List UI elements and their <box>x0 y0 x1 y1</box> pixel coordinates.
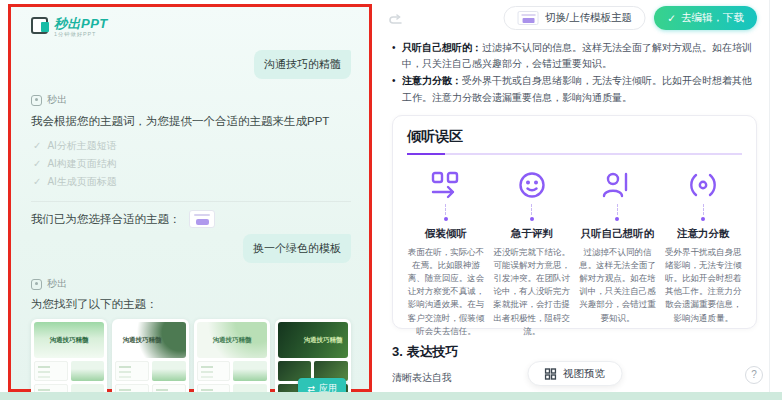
bot-avatar-icon <box>31 95 42 106</box>
person-icon <box>602 169 632 201</box>
check-icon: ✓ <box>33 173 41 191</box>
template-title: 沟通技巧精髓 <box>212 336 251 345</box>
connector-dot <box>530 217 534 221</box>
step-label: AI生成页面标题 <box>47 173 116 191</box>
template-card-2[interactable]: 沟通技巧精髓 <box>112 319 188 400</box>
connector-line <box>531 204 532 215</box>
connector-line <box>445 204 446 215</box>
template-card-3[interactable]: 沟通技巧精髓 <box>194 319 270 400</box>
bottom-strip <box>0 392 782 400</box>
step-item: ✓ AI构建页面结构 <box>33 155 351 173</box>
edit-download-button[interactable]: ✓ 去编辑，下载 <box>654 6 757 30</box>
bot-name: 秒出 <box>47 277 67 291</box>
template-thumbnail <box>517 11 538 25</box>
title-underline <box>407 153 742 155</box>
brand-logo-icon <box>31 17 48 34</box>
view-preview-button[interactable]: 视图预览 <box>527 361 622 386</box>
bot-name: 秒出 <box>47 93 67 107</box>
chat-history: 沟通技巧的精髓 秒出 我会根据您的主题词，为您提供一个合适的主题来生成PPT ✓… <box>31 46 351 400</box>
pitfall-title: 假装倾听 <box>425 227 467 241</box>
template-card-1[interactable]: 沟通技巧精髓 <box>31 319 107 400</box>
pitfall-text: 过滤掉不认同的信息。这样无法全面了解对方观点。如在培训中，只关注自己感兴趣部分，… <box>579 246 657 325</box>
focus-icon <box>688 169 718 201</box>
template-list: 沟通技巧精髓 沟通技巧精髓 <box>31 319 351 400</box>
pitfall-column: 急于评判 还没听完就下结论。可能误解对方意思，引发冲突。在团队讨论中，有人没听完… <box>493 169 571 338</box>
step-label: AI分析主题短语 <box>47 137 116 155</box>
brand-tagline: 1分钟做好PPT <box>54 31 102 39</box>
divider <box>31 201 351 202</box>
bullet-marker: • <box>392 73 402 105</box>
document-body: • 只听自己想听的：过滤掉不认同的信息。这样无法全面了解对方观点。如在培训中，只… <box>380 36 769 385</box>
template-title: 沟通技巧精髓 <box>50 336 89 345</box>
pitfall-column: 注意力分散 受外界干扰或自身思绪影响，无法专注倾听。比如开会时想着其他工作。注意… <box>664 169 742 338</box>
template-mini-slide <box>71 361 105 381</box>
step-item: ✓ AI分析主题短语 <box>33 137 351 155</box>
connector-dot <box>444 217 448 221</box>
chosen-theme-row: 我们已为您选择合适的主题： <box>31 210 351 228</box>
bot-message: 我会根据您的主题词，为您提供一个合适的主题来生成PPT <box>31 113 351 130</box>
generation-steps: ✓ AI分析主题短语 ✓ AI构建页面结构 ✓ AI生成页面标题 <box>33 137 351 191</box>
pitfall-columns: 假装倾听 表面在听，实际心不在焉。比如眼神游离、随意回应。这会让对方察觉不真诚，… <box>407 169 742 338</box>
pitfall-text: 还没听完就下结论。可能误解对方意思，引发冲突。在团队讨论中，有人没听完方案就批评… <box>493 246 571 338</box>
undo-icon[interactable] <box>388 12 404 30</box>
step-label: AI构建页面结构 <box>47 155 116 173</box>
panel-divider <box>769 0 770 392</box>
brand-logo: 秒出PPT 1分钟做好PPT <box>31 17 351 40</box>
check-icon: ✓ <box>33 137 41 155</box>
smile-icon <box>518 169 546 201</box>
bot-row: 秒出 <box>31 277 351 291</box>
pitfall-title: 注意力分散 <box>677 227 730 241</box>
template-cover: 沟通技巧精髓 <box>278 322 348 358</box>
connector-line <box>703 204 704 215</box>
listening-pitfalls-card: 倾听误区 假装倾听 表面在听，实际心不在焉。比如眼神游离、随意回应。这会让对方察… <box>392 115 757 329</box>
bullet-lead: 只听自己想听的： <box>402 42 482 53</box>
template-mini-slide <box>233 361 267 381</box>
template-cover: 沟通技巧精髓 <box>197 322 267 358</box>
check-icon: ✓ <box>33 155 41 173</box>
bullet-lead: 注意力分散： <box>402 75 462 86</box>
template-title: 沟通技巧精髓 <box>304 336 343 345</box>
bullet-marker: • <box>392 40 402 72</box>
template-card-4[interactable]: 沟通技巧精髓 ⇄ 应用 <box>275 319 351 400</box>
user-message: 沟通技巧的精髓 <box>254 50 351 79</box>
view-preview-label: 视图预览 <box>563 367 605 381</box>
template-mini-slide <box>34 361 68 381</box>
template-mini-slide <box>197 361 231 381</box>
section-heading: 3. 表达技巧 <box>392 343 757 361</box>
switch-template-button[interactable]: 切换/上传模板主题 <box>503 6 646 30</box>
template-mini-slide <box>152 361 186 381</box>
preview-panel: 切换/上传模板主题 ✓ 去编辑，下载 • 只听自己想听的：过滤掉不认同的信息。这… <box>380 0 769 392</box>
card-title: 倾听误区 <box>407 128 742 146</box>
found-themes-label: 为您找到了以下的主题： <box>31 297 351 312</box>
chat-panel: 秒出PPT 1分钟做好PPT 沟通技巧的精髓 秒出 我会根据您的主题词，为您提供… <box>8 4 372 392</box>
pitfall-text: 表面在听，实际心不在焉。比如眼神游离、随意回应。这会让对方察觉不真诚，影响沟通效… <box>407 246 485 338</box>
bot-row: 秒出 <box>31 93 351 107</box>
pitfall-title: 急于评判 <box>511 227 553 241</box>
edit-download-label: 去编辑，下载 <box>681 11 744 25</box>
chosen-theme-label: 我们已为您选择合适的主题： <box>31 212 181 227</box>
grid-icon <box>544 368 556 380</box>
chosen-theme-thumbnail[interactable] <box>189 210 215 228</box>
pitfall-title: 只听自己想听的 <box>581 227 655 241</box>
workflow-icon <box>430 169 462 201</box>
switch-template-label: 切换/上传模板主题 <box>545 11 632 25</box>
brand-name: 秒出PPT <box>54 17 108 31</box>
connector-dot <box>615 217 619 221</box>
help-button[interactable]: ? <box>745 366 763 384</box>
check-icon: ✓ <box>667 12 676 24</box>
template-title: 沟通技巧精髓 <box>123 336 162 345</box>
user-message: 换一个绿色的模板 <box>243 234 351 263</box>
pitfall-column: 只听自己想听的 过滤掉不认同的信息。这样无法全面了解对方观点。如在培训中，只关注… <box>579 169 657 338</box>
template-cover: 沟通技巧精髓 <box>34 322 104 358</box>
connector-line <box>617 204 618 215</box>
bot-avatar-icon <box>31 279 42 290</box>
template-mini-slide <box>115 361 149 381</box>
preview-toolbar: 切换/上传模板主题 ✓ 去编辑，下载 <box>380 0 769 36</box>
bullet-item: • 只听自己想听的：过滤掉不认同的信息。这样无法全面了解对方观点。如在培训中，只… <box>392 40 757 72</box>
pitfall-text: 受外界干扰或自身思绪影响，无法专注倾听。比如开会时想着其他工作。注意力分散会遗漏… <box>664 246 742 325</box>
bullet-item: • 注意力分散：受外界干扰或自身思绪影响，无法专注倾听。比如开会时想着其他工作。… <box>392 73 757 105</box>
pitfall-column: 假装倾听 表面在听，实际心不在焉。比如眼神游离、随意回应。这会让对方察觉不真诚，… <box>407 169 485 338</box>
step-item: ✓ AI生成页面标题 <box>33 173 351 191</box>
template-cover: 沟通技巧精髓 <box>115 322 185 358</box>
connector-dot <box>701 217 705 221</box>
